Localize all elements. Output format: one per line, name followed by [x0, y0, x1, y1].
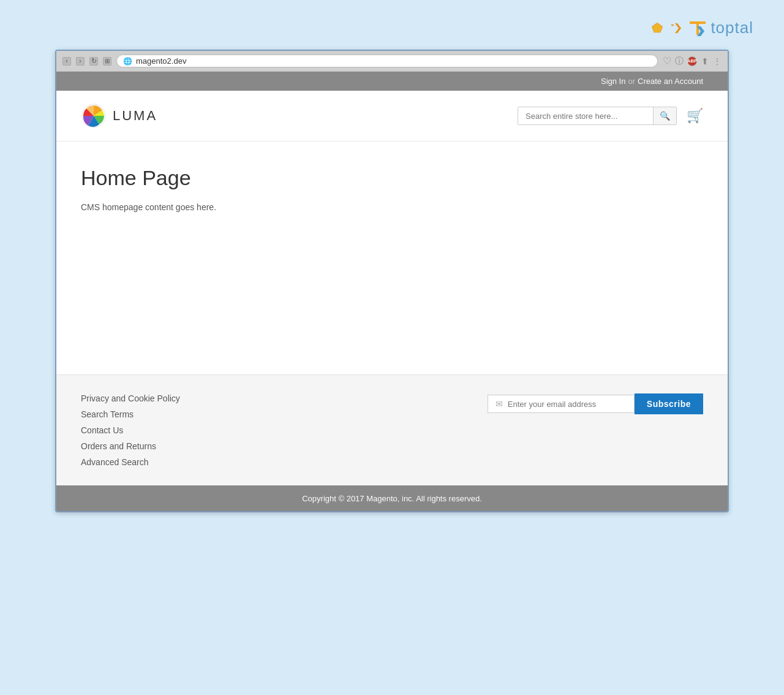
toptal-icon	[668, 20, 685, 37]
luma-logo-icon	[81, 103, 107, 129]
share-button[interactable]: ⬆	[701, 57, 709, 66]
url-bar[interactable]: 🌐 magento2.dev	[116, 55, 658, 67]
menu-button[interactable]: ⋮	[713, 57, 722, 66]
toptal-text: toptal	[710, 18, 753, 37]
subscribe-button[interactable]: Subscribe	[635, 393, 703, 414]
search-bar: 🔍	[518, 107, 677, 125]
luma-text: LUMA	[113, 108, 157, 124]
globe-icon: 🌐	[123, 57, 132, 66]
newsletter-email-wrap: ✉	[488, 395, 635, 413]
header-right: 🔍 🛒	[518, 107, 703, 125]
back-button[interactable]: ‹	[62, 57, 71, 66]
page-title: Home Page	[81, 166, 703, 190]
browser-chrome: ‹ › ↻ ⊞ 🌐 magento2.dev ♡ ⓘ ABP ⬆ ⋮	[56, 51, 728, 72]
footer-search-terms-link[interactable]: Search Terms	[81, 409, 180, 419]
browser-window: ‹ › ↻ ⊞ 🌐 magento2.dev ♡ ⓘ ABP ⬆ ⋮ Sign …	[55, 50, 729, 512]
topbar-separator: or	[628, 77, 635, 86]
refresh-button[interactable]: ↻	[89, 57, 98, 66]
page-content: CMS homepage content goes here.	[81, 202, 703, 212]
toptal-header: toptal	[12, 12, 772, 44]
sign-in-link[interactable]: Sign In	[601, 77, 625, 86]
search-input[interactable]	[518, 108, 653, 124]
forward-button[interactable]: ›	[76, 57, 85, 66]
footer-privacy-link[interactable]: Privacy and Cookie Policy	[81, 393, 180, 403]
site-main: Home Page CMS homepage content goes here…	[56, 142, 728, 374]
email-icon: ✉	[496, 399, 503, 409]
search-icon: 🔍	[660, 111, 670, 121]
svg-marker-3	[669, 21, 684, 33]
cart-icon[interactable]: 🛒	[687, 108, 703, 124]
url-text: magento2.dev	[136, 56, 186, 66]
toptal-logo-icon	[688, 20, 707, 36]
footer-newsletter: ✉ Subscribe	[488, 393, 703, 414]
newsletter-input[interactable]	[508, 400, 618, 409]
footer-orders-link[interactable]: Orders and Returns	[81, 441, 180, 451]
footer-contact-link[interactable]: Contact Us	[81, 425, 180, 435]
search-button[interactable]: 🔍	[653, 107, 676, 124]
copyright-text: Copyright © 2017 Magento, inc. All right…	[302, 494, 482, 503]
adblock-button[interactable]: ABP	[687, 56, 697, 66]
info-button[interactable]: ⓘ	[675, 57, 684, 66]
footer-bottom: Copyright © 2017 Magento, inc. All right…	[56, 485, 728, 511]
grid-button[interactable]: ⊞	[103, 57, 111, 66]
site-footer: Privacy and Cookie Policy Search Terms C…	[56, 374, 728, 485]
create-account-link[interactable]: Create an Account	[638, 77, 703, 86]
toptal-diamond-icon	[650, 21, 664, 35]
footer-links: Privacy and Cookie Policy Search Terms C…	[81, 393, 180, 467]
site-header: LUMA 🔍 🛒	[56, 91, 728, 142]
footer-advanced-search-link[interactable]: Advanced Search	[81, 457, 180, 467]
browser-controls-right: ♡ ⓘ ABP ⬆ ⋮	[663, 56, 722, 66]
toptal-logo: toptal	[650, 18, 753, 37]
site-topbar: Sign In or Create an Account	[56, 72, 728, 91]
luma-logo[interactable]: LUMA	[81, 103, 157, 129]
footer-inner: Privacy and Cookie Policy Search Terms C…	[81, 393, 703, 467]
heart-button[interactable]: ♡	[663, 57, 671, 66]
